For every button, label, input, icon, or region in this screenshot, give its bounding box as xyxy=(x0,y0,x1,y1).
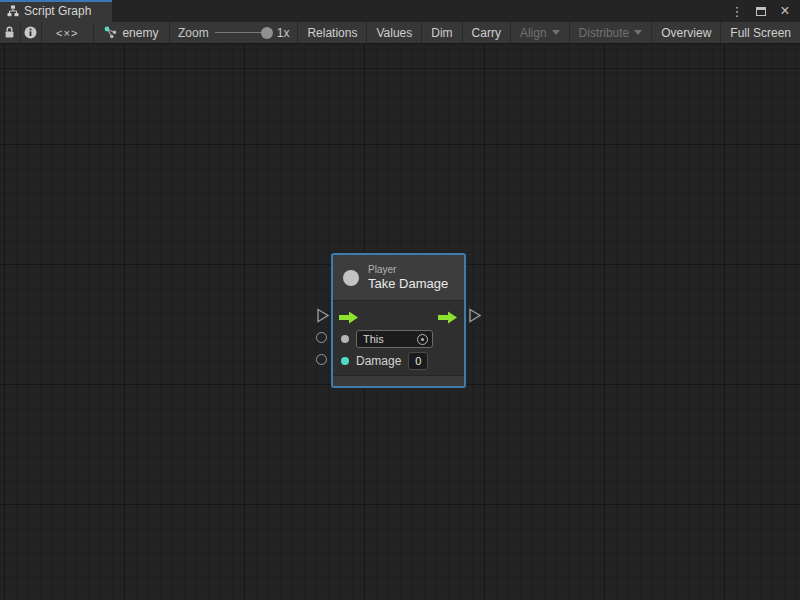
zoom-label: Zoom xyxy=(178,26,209,40)
flow-output-connector[interactable] xyxy=(468,308,482,323)
this-field-value: This xyxy=(363,333,384,345)
graph-hierarchy-icon xyxy=(7,5,19,17)
node-header[interactable]: Player Take Damage xyxy=(333,255,464,301)
carry-button[interactable]: Carry xyxy=(463,22,511,43)
player-unit-icon xyxy=(343,270,359,286)
flow-output-port[interactable] xyxy=(438,311,458,324)
distribute-dropdown[interactable]: Distribute xyxy=(570,22,653,43)
lock-button[interactable] xyxy=(0,22,21,43)
damage-value-field[interactable]: 0 xyxy=(408,352,428,370)
dropdown-arrow-icon xyxy=(552,30,560,35)
node-body: This Damage 0 xyxy=(333,301,464,375)
code-view-button[interactable]: <×> xyxy=(42,22,94,43)
zoom-slider[interactable] xyxy=(215,26,271,40)
damage-input-connector[interactable] xyxy=(316,354,327,365)
flow-input-port[interactable] xyxy=(339,311,359,324)
graph-toolbar: <×> enemy Zoom 1x Relations Values Dim C… xyxy=(0,22,800,44)
lock-icon xyxy=(4,26,15,39)
damage-port-row: Damage 0 xyxy=(333,350,464,372)
node-take-damage[interactable]: Player Take Damage This xyxy=(331,253,466,388)
values-button[interactable]: Values xyxy=(367,22,422,43)
script-graph-window: Script Graph ⋮ × <×> xyxy=(0,0,800,600)
title-bar: Script Graph ⋮ × xyxy=(0,0,800,22)
active-tab-accent xyxy=(0,0,112,2)
flow-ports-row xyxy=(333,306,464,328)
info-button[interactable] xyxy=(21,22,42,43)
flow-input-connector[interactable] xyxy=(316,308,330,323)
this-port-row: This xyxy=(333,328,464,350)
close-icon[interactable]: × xyxy=(778,4,792,18)
node-footer xyxy=(333,375,464,386)
this-port-dot[interactable] xyxy=(341,335,349,343)
damage-port-label: Damage xyxy=(356,354,401,368)
window-controls: ⋮ × xyxy=(730,0,800,22)
graph-canvas[interactable]: Player Take Damage This xyxy=(0,44,800,600)
overview-button[interactable]: Overview xyxy=(652,22,721,43)
object-picker-icon[interactable] xyxy=(417,334,428,345)
tab-script-graph[interactable]: Script Graph xyxy=(0,0,112,22)
info-icon xyxy=(24,26,37,39)
node-title: Take Damage xyxy=(368,276,448,291)
zoom-control: Zoom 1x xyxy=(170,22,298,43)
maximize-icon[interactable] xyxy=(754,4,768,18)
dim-button[interactable]: Dim xyxy=(422,22,462,43)
align-dropdown[interactable]: Align xyxy=(511,22,570,43)
graph-reference[interactable]: enemy xyxy=(94,22,170,43)
menu-icon[interactable]: ⋮ xyxy=(730,4,744,18)
relations-button[interactable]: Relations xyxy=(298,22,367,43)
zoom-value: 1x xyxy=(277,26,290,40)
dropdown-arrow-icon xyxy=(634,30,642,35)
full-screen-button[interactable]: Full Screen xyxy=(721,22,800,43)
zoom-slider-handle[interactable] xyxy=(261,27,273,39)
graph-name-label: enemy xyxy=(122,26,158,40)
node-subtitle: Player xyxy=(368,264,448,276)
damage-field-value: 0 xyxy=(415,355,421,367)
this-object-field[interactable]: This xyxy=(356,330,433,348)
this-input-connector[interactable] xyxy=(316,332,327,343)
damage-port-dot[interactable] xyxy=(341,357,349,365)
script-graph-asset-icon xyxy=(104,26,117,39)
tab-title: Script Graph xyxy=(24,4,91,18)
